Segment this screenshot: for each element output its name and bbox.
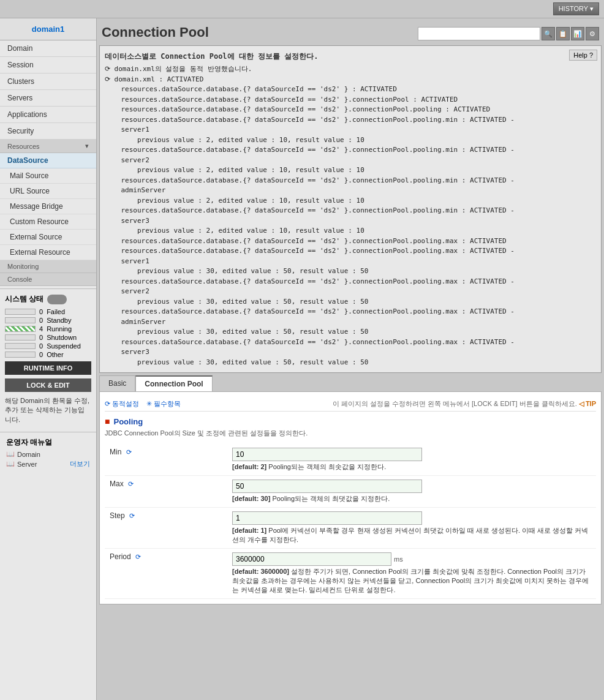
- status-running: 4 Running: [5, 325, 91, 333]
- period-row: Period ⟳ ms [default: 3600000]: [105, 549, 596, 599]
- status-bar-failed: [5, 309, 36, 315]
- min-refresh-icon[interactable]: ⟳: [126, 448, 132, 456]
- console-label: Console: [7, 276, 32, 283]
- pooling-section-icon: ■: [105, 416, 110, 426]
- sidebar-item-clusters[interactable]: Clusters: [0, 73, 96, 90]
- max-field-row: [default: 30] Pooling되는 객체의 최댓값을 지정한다.: [232, 480, 591, 503]
- log-line-20: server1: [105, 257, 596, 267]
- log-line-30: previous value : 30, edited value : 50, …: [105, 358, 596, 368]
- status-count-other: 0: [39, 351, 43, 358]
- status-failed: 0 Failed: [5, 308, 91, 315]
- log-line-15: resources.dataSource.database.{? dataSou…: [105, 206, 596, 216]
- sidebar-item-mail-source[interactable]: Mail Source: [0, 168, 96, 184]
- status-label-standby: Standby: [47, 317, 71, 324]
- sidebar-item-url-source[interactable]: URL Source: [0, 184, 96, 199]
- manager-server-label: Server: [17, 461, 37, 468]
- runtime-info-button[interactable]: RUNTIME INFO: [5, 361, 91, 375]
- resources-section[interactable]: Resources ▾: [0, 140, 96, 153]
- max-default: [default: 30] Pooling되는 객체의 최댓값을 지정한다.: [232, 494, 591, 503]
- step-label: Step: [110, 511, 125, 520]
- step-input[interactable]: [232, 511, 422, 525]
- manager-server-row: 📖 Server 더보기: [6, 459, 90, 469]
- min-value-cell: [default: 2] Pooling되는 객체의 최솟값을 지정한다.: [227, 444, 596, 476]
- book-icon-2: 📖: [6, 460, 15, 468]
- required-field-link[interactable]: ✳ 필수항목: [146, 399, 181, 408]
- log-line-10: server2: [105, 156, 596, 166]
- search-option-button[interactable]: 📋: [556, 27, 570, 40]
- log-line-1: ⟳ domain.xml의 설정을 동적 반영했습니다.: [105, 64, 596, 75]
- log-line-22: resources.dataSource.database.{? dataSou…: [105, 277, 596, 287]
- status-count-running: 4: [39, 325, 43, 333]
- period-input[interactable]: [232, 552, 391, 566]
- log-line-6: resources.dataSource.database.{? dataSou…: [105, 115, 596, 126]
- console-section[interactable]: Console: [0, 273, 96, 286]
- log-line-17: previous value : 2, edited value : 10, r…: [105, 226, 596, 236]
- sidebar-description: 해당 Domain의 환목을 수정, 추가 또는 삭제하는 기능입니다.: [5, 394, 91, 427]
- status-toggle[interactable]: [47, 295, 67, 304]
- log-lines-container: resources.dataSource.database.{? dataSou…: [105, 85, 596, 367]
- manager-domain-link[interactable]: 📖 Domain: [6, 450, 90, 458]
- search-config-button[interactable]: ⚙: [586, 27, 599, 40]
- sidebar-item-external-source[interactable]: External Source: [0, 230, 96, 245]
- top-bar: HISTORY ▾: [0, 0, 604, 18]
- log-line-3: resources.dataSource.database.{? dataSou…: [105, 85, 596, 95]
- action-bar: ⟳ 동적설정 ✳ 필수항목 이 페이지의 설정을 수정하려면 왼쪽 메뉴에서 […: [105, 397, 596, 412]
- log-line-27: previous value : 30, edited value : 50, …: [105, 327, 596, 337]
- history-button[interactable]: HISTORY ▾: [553, 2, 599, 15]
- status-shutdown: 0 Shutdown: [5, 334, 91, 341]
- tab-basic[interactable]: Basic: [99, 375, 135, 391]
- search-bar: 🔍 📋 📊 ⚙: [418, 24, 599, 43]
- log-line-4: resources.dataSource.database.{? dataSou…: [105, 95, 596, 105]
- status-label-other: Other: [47, 351, 64, 358]
- period-field-row: ms [default: 3600000] 설정한 주기가 되면, Connec…: [232, 552, 591, 595]
- datasource-item[interactable]: DataSource: [0, 153, 96, 168]
- step-desc: Pool에 커넥션이 부족할 경우 현재 생성된 커넥션이 최댓값 이하일 때 …: [232, 527, 588, 543]
- log-line-9: resources.dataSource.database.{? dataSou…: [105, 145, 596, 156]
- log-line-5: resources.dataSource.database.{? dataSou…: [105, 105, 596, 115]
- min-input[interactable]: [232, 448, 422, 461]
- log-line-2: ⟳ domain.xml : ACTIVATED: [105, 75, 596, 85]
- sidebar-item-servers[interactable]: Servers: [0, 90, 96, 107]
- min-field-row: [default: 2] Pooling되는 객체의 최솟값을 지정한다.: [232, 448, 591, 472]
- page-title: Connection Pool: [102, 24, 209, 40]
- manager-server-link[interactable]: 📖 Server: [6, 460, 37, 468]
- monitoring-section[interactable]: Monitoring: [0, 260, 96, 273]
- status-bar-other: [5, 352, 36, 358]
- sidebar-item-external-resource[interactable]: External Resource: [0, 245, 96, 260]
- max-input[interactable]: [232, 480, 422, 493]
- tab-bar: Basic Connection Pool: [99, 375, 602, 391]
- sidebar-item-applications[interactable]: Applications: [0, 107, 96, 123]
- more-link[interactable]: 더보기: [70, 459, 90, 469]
- min-desc: Pooling되는 객체의 최솟값을 지정한다.: [268, 463, 386, 470]
- manager-domain-label: Domain: [17, 451, 40, 458]
- search-button[interactable]: 🔍: [542, 27, 555, 40]
- help-button[interactable]: Help ?: [569, 50, 597, 61]
- status-bar-running: [5, 326, 36, 332]
- sidebar-item-session[interactable]: Session: [0, 57, 96, 73]
- sidebar-item-message-bridge[interactable]: Message Bridge: [0, 199, 96, 214]
- domain-link[interactable]: domain1: [32, 24, 64, 34]
- max-refresh-icon[interactable]: ⟳: [128, 480, 134, 487]
- pooling-section-title: ■ Pooling: [105, 416, 596, 426]
- period-refresh-icon[interactable]: ⟳: [135, 553, 141, 560]
- max-row: Max ⟳ [default: 30] Pooling되는 객체의 최댓값을 지…: [105, 476, 596, 508]
- step-refresh-icon[interactable]: ⟳: [129, 512, 135, 519]
- dynamic-setting-link[interactable]: ⟳ 동적설정: [105, 399, 139, 408]
- search-export-button[interactable]: 📊: [571, 27, 584, 40]
- lock-edit-button[interactable]: LOCK & EDIT: [5, 378, 91, 392]
- sidebar-item-custom-resource[interactable]: Custom Resource: [0, 214, 96, 230]
- pooling-title-text: Pooling: [113, 417, 143, 426]
- min-label: Min: [110, 448, 121, 456]
- max-desc: Pooling되는 객체의 최댓값을 지정한다.: [272, 495, 390, 502]
- status-title: 시스템 상태: [5, 294, 91, 304]
- tab-connection-pool[interactable]: Connection Pool: [135, 375, 212, 391]
- status-count-standby: 0: [39, 317, 43, 324]
- page-header: Connection Pool 🔍 📋 📊 ⚙: [99, 21, 602, 45]
- sidebar-item-security[interactable]: Security: [0, 123, 96, 140]
- period-input-row: ms: [232, 552, 591, 566]
- log-line-13: adminServer: [105, 186, 596, 196]
- search-input[interactable]: [418, 27, 540, 40]
- status-section: 시스템 상태 0 Failed 0 Standby 4 Running: [0, 288, 96, 432]
- step-row: Step ⟳ [default: 1] Pool에 커넥션이 부족할 경우 현재…: [105, 508, 596, 549]
- sidebar-item-domain[interactable]: Domain: [0, 40, 96, 57]
